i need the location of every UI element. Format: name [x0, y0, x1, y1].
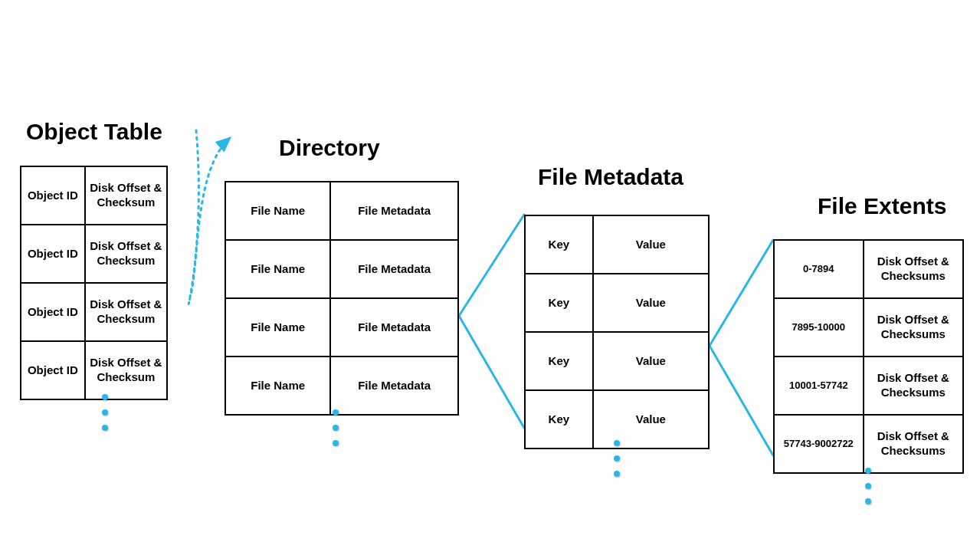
dot-icon	[614, 455, 620, 462]
cell-range: 57743-9002722	[774, 415, 864, 473]
dot-icon	[865, 483, 871, 489]
file-metadata-ellipsis	[614, 440, 620, 477]
cell-object-id: Object ID	[21, 283, 85, 341]
line-directory-to-metadata-top	[459, 215, 524, 316]
dot-icon	[102, 394, 108, 400]
cell-file-name: File Name	[225, 182, 330, 240]
table-row: File Name File Metadata	[225, 356, 458, 415]
cell-key: Key	[525, 215, 593, 274]
cell-value: Value	[593, 274, 709, 332]
file-metadata-table: Key Value Key Value Key Value Key Value	[524, 215, 710, 449]
cell-value: Value	[593, 332, 709, 390]
cell-file-metadata: File Metadata	[330, 298, 458, 356]
table-row: 10001-57742 Disk Offset & Checksums	[774, 356, 963, 415]
table-row: File Name File Metadata	[225, 240, 458, 298]
cell-object-id: Object ID	[21, 341, 85, 399]
directory-title: Directory	[279, 135, 380, 161]
dot-icon	[614, 471, 620, 477]
cell-range: 7895-10000	[774, 298, 864, 356]
dot-icon	[102, 425, 108, 431]
table-row: Object ID Disk Offset & Checksum	[21, 166, 167, 225]
table-row: Key Value	[525, 215, 709, 274]
table-row: 0-7894 Disk Offset & Checksums	[774, 240, 963, 298]
object-table-ellipsis	[102, 394, 108, 431]
file-extents-ellipsis	[865, 468, 871, 504]
cell-disk-offset-checksum: Disk Offset & Checksum	[85, 166, 167, 225]
cell-file-name: File Name	[225, 240, 330, 298]
dot-icon	[865, 468, 871, 474]
file-extents-table: 0-7894 Disk Offset & Checksums 7895-1000…	[773, 239, 964, 474]
cell-disk-offset-checksums: Disk Offset & Checksums	[864, 298, 963, 356]
cell-disk-offset-checksum: Disk Offset & Checksum	[85, 341, 167, 399]
cell-key: Key	[525, 274, 593, 332]
table-row: 57743-9002722 Disk Offset & Checksums	[774, 415, 963, 473]
table-row: File Name File Metadata	[225, 298, 458, 356]
dot-icon	[102, 409, 108, 416]
cell-file-metadata: File Metadata	[330, 356, 458, 415]
table-row: Object ID Disk Offset & Checksum	[21, 341, 167, 399]
directory-ellipsis	[333, 409, 339, 446]
cell-key: Key	[525, 390, 593, 449]
dot-icon	[333, 409, 339, 416]
cell-disk-offset-checksums: Disk Offset & Checksums	[864, 240, 963, 298]
table-row: Object ID Disk Offset & Checksum	[21, 225, 167, 283]
line-directory-to-metadata-bottom	[459, 316, 524, 428]
cell-object-id: Object ID	[21, 166, 85, 225]
cell-file-metadata: File Metadata	[330, 240, 458, 298]
file-extents-title: File Extents	[818, 193, 946, 219]
object-table: Object ID Disk Offset & Checksum Object …	[20, 166, 168, 400]
cell-key: Key	[525, 332, 593, 390]
cell-object-id: Object ID	[21, 225, 85, 283]
file-metadata-title: File Metadata	[538, 164, 683, 190]
arrow-object-to-directory	[188, 130, 230, 304]
table-row: Key Value	[525, 274, 709, 332]
cell-value: Value	[593, 390, 709, 449]
cell-disk-offset-checksum: Disk Offset & Checksum	[85, 283, 167, 341]
table-row: Object ID Disk Offset & Checksum	[21, 283, 167, 341]
cell-value: Value	[593, 215, 709, 274]
dot-icon	[614, 440, 620, 446]
line-metadata-to-extents-top	[710, 240, 773, 346]
table-row: 7895-10000 Disk Offset & Checksums	[774, 298, 963, 356]
cell-file-name: File Name	[225, 298, 330, 356]
line-metadata-to-extents-bottom	[710, 346, 773, 455]
cell-range: 0-7894	[774, 240, 864, 298]
dot-icon	[333, 440, 339, 446]
cell-disk-offset-checksums: Disk Offset & Checksums	[864, 356, 963, 415]
cell-file-metadata: File Metadata	[330, 182, 458, 240]
directory-table: File Name File Metadata File Name File M…	[225, 181, 459, 416]
cell-disk-offset-checksum: Disk Offset & Checksum	[85, 225, 167, 283]
table-row: Key Value	[525, 332, 709, 390]
object-table-title: Object Table	[26, 119, 162, 145]
table-row: File Name File Metadata	[225, 182, 458, 240]
cell-file-name: File Name	[225, 356, 330, 415]
cell-disk-offset-checksums: Disk Offset & Checksums	[864, 415, 963, 473]
dot-icon	[333, 425, 339, 431]
dot-icon	[865, 498, 871, 504]
cell-range: 10001-57742	[774, 356, 864, 415]
